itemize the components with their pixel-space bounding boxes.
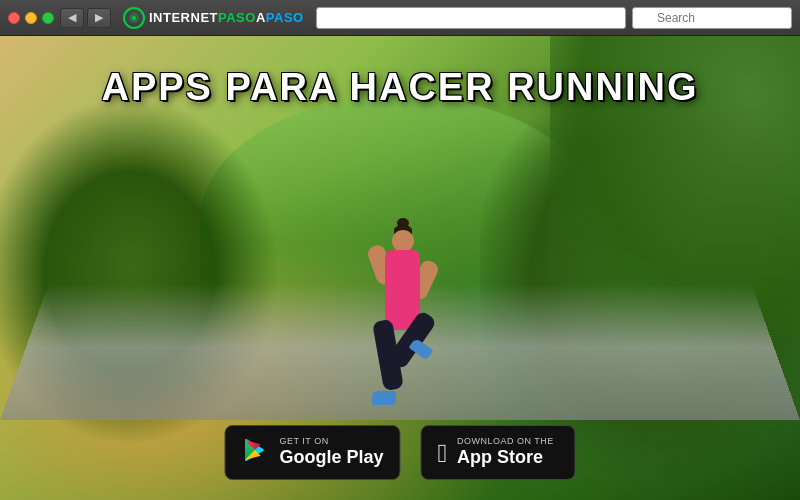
browser-chrome: ◀ ▶ INTERNETPASOAPASO 🔍: [0, 0, 800, 36]
google-play-name-label: Google Play: [279, 447, 383, 469]
site-logo-text: INTERNETPASOAPASO: [149, 10, 304, 25]
site-logo-icon: [123, 7, 145, 29]
main-title: APPS PARA HACER RUNNING: [0, 66, 800, 109]
app-store-button[interactable]:  Download on the App Store: [421, 425, 576, 480]
runner-shoe-left: [372, 391, 396, 405]
svg-point-2: [132, 16, 136, 20]
google-play-button[interactable]: GET IT ON Google Play: [224, 425, 400, 480]
app-buttons: GET IT ON Google Play  Download on the …: [224, 425, 575, 480]
address-bar[interactable]: [316, 7, 626, 29]
app-store-text: Download on the App Store: [457, 436, 554, 468]
google-play-sub-label: GET IT ON: [279, 436, 328, 447]
search-wrapper: 🔍: [632, 7, 792, 29]
google-play-text: GET IT ON Google Play: [279, 436, 383, 468]
logo-area: INTERNETPASOAPASO: [117, 7, 310, 29]
title-overlay: APPS PARA HACER RUNNING: [0, 66, 800, 109]
forward-button[interactable]: ▶: [87, 8, 111, 28]
close-button[interactable]: [8, 12, 20, 24]
main-content: APPS PARA HACER RUNNING: [0, 36, 800, 500]
back-button[interactable]: ◀: [60, 8, 84, 28]
maximize-button[interactable]: [42, 12, 54, 24]
apple-icon: : [438, 440, 448, 466]
app-store-name-label: App Store: [457, 447, 543, 469]
google-play-icon: [241, 436, 269, 469]
nav-buttons: ◀ ▶: [60, 8, 111, 28]
search-input[interactable]: [632, 7, 792, 29]
minimize-button[interactable]: [25, 12, 37, 24]
runner-figure: [350, 170, 450, 410]
app-store-sub-label: Download on the: [457, 436, 554, 447]
runner-head: [392, 230, 414, 252]
traffic-lights: [8, 12, 54, 24]
